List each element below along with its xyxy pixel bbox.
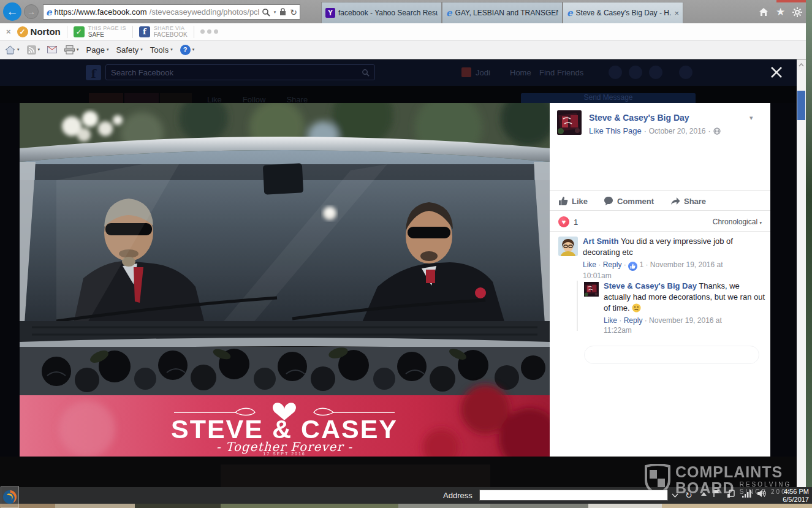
window-close-button[interactable] <box>776 0 807 2</box>
help-menu[interactable]: ?▾ <box>180 45 195 55</box>
safety-menu[interactable]: Safety▾ <box>116 45 142 55</box>
post-options-chevron-icon[interactable]: ▾ <box>749 114 753 122</box>
sort-caret-icon: ▾ <box>759 221 762 225</box>
tray-expand-icon[interactable] <box>701 492 707 496</box>
search-icon[interactable] <box>262 8 270 17</box>
caret-icon: ▾ <box>192 47 195 52</box>
theater-close-icon[interactable] <box>770 66 783 79</box>
page-content-dimmed: Like Follow Share Send Message <box>0 86 797 103</box>
reaction-count[interactable]: 1 <box>574 218 578 227</box>
comment-author-link[interactable]: Art Smith <box>583 237 619 246</box>
desktop-background <box>806 0 812 487</box>
norton-close-icon[interactable]: × <box>6 27 11 36</box>
scrollbar-thumb[interactable] <box>797 91 805 120</box>
signal-strength-icon[interactable] <box>742 490 751 498</box>
separator: · <box>645 316 647 325</box>
post-date[interactable]: October 20, 2016 <box>649 127 706 135</box>
caret-icon: ▾ <box>17 47 20 52</box>
share-label: Share <box>684 197 706 206</box>
comment-reply-link[interactable]: Reply <box>624 316 643 325</box>
comment-like-link[interactable]: Like <box>583 260 596 269</box>
norton-more-icon[interactable] <box>200 29 218 34</box>
page-menu-label: Page <box>86 45 105 55</box>
forward-button[interactable]: → <box>24 4 39 19</box>
reply-avatar[interactable] <box>584 282 599 299</box>
comment-reply-link[interactable]: Reply <box>603 260 622 269</box>
caret-icon: ▾ <box>38 47 40 52</box>
home-menu-button[interactable]: ▾ <box>5 45 20 55</box>
settings-gear-icon[interactable] <box>792 7 802 17</box>
url-host: https://www.facebook.com <box>55 7 147 17</box>
page-menu[interactable]: Page▾ <box>86 45 109 55</box>
norton-check-icon: ✓ <box>17 26 28 37</box>
home-icon[interactable] <box>759 7 768 17</box>
taskbar-address-input[interactable] <box>479 490 668 501</box>
like-this-page-link[interactable]: Like This Page <box>589 126 642 135</box>
facebook-search-input: Search Facebook <box>105 64 375 80</box>
comment-like-link[interactable]: Like <box>604 316 617 325</box>
print-button[interactable]: ▾ <box>64 45 79 55</box>
tab-steve-casey[interactable]: e Steve & Casey's Big Day - H... × <box>563 2 683 23</box>
scroll-up-icon[interactable] <box>797 59 806 70</box>
separator: · <box>598 260 601 269</box>
tab-close-icon[interactable]: × <box>674 9 679 18</box>
comment-avatar[interactable] <box>558 237 578 259</box>
friend-requests-icon <box>609 66 622 79</box>
scrollbar[interactable] <box>797 59 806 487</box>
read-mail-button[interactable] <box>47 46 57 53</box>
feeds-button[interactable]: ▾ <box>27 45 40 55</box>
network-status-icon[interactable] <box>727 490 736 498</box>
ie-icon: e <box>446 7 452 18</box>
firefox-taskbar-button[interactable] <box>1 486 19 508</box>
tab-strip: Y facebook - Yahoo Search Results e GAY,… <box>321 2 683 23</box>
favorites-star-icon[interactable]: ★ <box>776 6 785 18</box>
back-button[interactable]: ← <box>3 2 21 21</box>
thumb-up-icon <box>558 196 568 206</box>
norton-logo: ✓ Norton <box>17 26 61 37</box>
screen: ← → e https://www.facebook.com /stevecas… <box>0 0 812 508</box>
action-center-flag-icon[interactable] <box>713 490 721 498</box>
ie-icon: e <box>567 7 573 18</box>
page-avatar[interactable] <box>557 110 582 135</box>
tools-menu[interactable]: Tools▾ <box>150 45 173 55</box>
tab-gay-lesbian[interactable]: e GAY, LESBIAN and TRANSGEN... <box>442 2 563 23</box>
page-share-button: Share <box>286 95 308 103</box>
caret-icon: ▾ <box>140 47 143 52</box>
facebook-icon: f <box>139 26 150 37</box>
profile-name-link: Jodi <box>476 68 490 77</box>
address-go-refresh-icon[interactable]: ↻ <box>685 490 692 500</box>
comment: Art Smith You did a very impressive job … <box>583 236 767 281</box>
caret-icon: ▾ <box>170 47 173 52</box>
address-dropdown-icon[interactable] <box>672 493 678 498</box>
comment-button[interactable]: Comment <box>604 196 654 206</box>
separator: · <box>645 260 648 269</box>
address-bar[interactable]: e https://www.facebook.com /stevecaseywe… <box>43 4 300 20</box>
separator: · <box>708 127 711 135</box>
separator: · <box>619 316 621 325</box>
love-reaction-icon[interactable]: ♥ <box>558 216 569 227</box>
refresh-icon[interactable]: ↻ <box>290 7 297 17</box>
taskbar-clock[interactable]: 4:56 PM 6/5/2017 <box>767 488 809 504</box>
share-button[interactable]: Share <box>670 196 706 206</box>
url-path: /stevecaseywedding/photos/pcb.23772 <box>150 7 259 17</box>
dimmed-thumbnails <box>221 464 490 487</box>
sort-selector[interactable]: Chronological ▾ <box>713 218 762 226</box>
banner-date: 17 SEPT 2016 <box>263 452 305 456</box>
page-tab-thumbnail <box>89 93 123 103</box>
safe-check-icon: ✓ <box>74 26 85 37</box>
art-smith-avatar <box>558 237 578 256</box>
comment-author-link[interactable]: Steve & Casey's Big Day <box>604 281 697 290</box>
tab-yahoo-results[interactable]: Y facebook - Yahoo Search Results <box>321 2 442 23</box>
like-button[interactable]: Like <box>558 196 588 206</box>
mail-icon <box>47 46 57 53</box>
comment-timestamp[interactable]: November 19, 2016 at 11:22am <box>604 316 722 335</box>
page-name-link[interactable]: Steve & Casey's Big Day <box>589 113 689 123</box>
url-dropdown-icon[interactable]: ▾ <box>274 10 276 15</box>
send-message-button: Send Message <box>521 93 696 103</box>
like-count-badge-icon[interactable] <box>628 262 637 271</box>
share-via-facebook-button[interactable]: f SHARE VIA FACEBOOK <box>139 25 188 38</box>
reply-thread-line <box>577 281 578 331</box>
photo[interactable]: STEVE & CASEY - Together Forever - 17 SE… <box>20 103 550 457</box>
page-safe-badge[interactable]: ✓ THIS PAGE IS SAFE <box>74 25 126 38</box>
volume-icon[interactable] <box>757 490 767 498</box>
